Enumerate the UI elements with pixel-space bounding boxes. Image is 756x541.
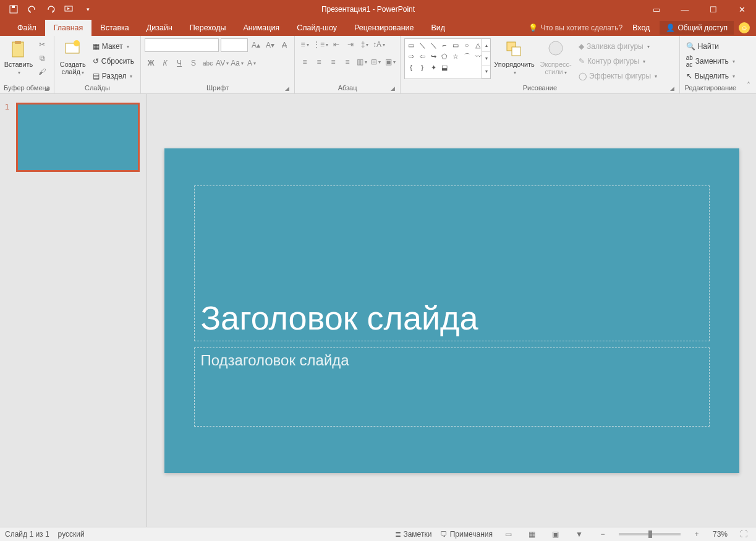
zoom-slider[interactable] [619,533,681,535]
slide-thumbnail[interactable]: 1 [5,103,142,172]
tab-design[interactable]: Дизайн [138,20,181,36]
text-shadow-button[interactable]: S [187,57,200,69]
drawing-dialog-launcher[interactable]: ◢ [670,85,674,92]
save-button[interactable] [7,3,20,15]
slide-editor[interactable]: Заголовок слайда Подзаголовок слайда [147,94,756,527]
copy-button[interactable]: ⧉ [36,52,48,64]
shape-banner[interactable]: ⬓ [440,62,449,72]
font-color-button[interactable]: A▾ [245,57,258,69]
shape-effects-button[interactable]: ◯Эффекты фигуры▾ [576,69,660,83]
shape-fill-button[interactable]: ◆Заливка фигуры▾ [576,40,660,53]
shape-arrow-r[interactable]: ⇨ [406,51,416,61]
ribbon-display-options-button[interactable]: ▭ [642,0,671,19]
zoom-out-button[interactable]: − [595,529,610,540]
shape-outline-button[interactable]: ✎Контур фигуры▾ [576,54,660,68]
maximize-button[interactable]: ☐ [699,0,728,19]
cut-button[interactable]: ✂ [36,38,48,51]
fit-to-window-button[interactable]: ⛶ [736,529,751,540]
language-indicator[interactable]: русский [58,530,85,539]
title-placeholder[interactable]: Заголовок слайда [194,185,710,341]
layout-button[interactable]: ▦Макет▾ [90,40,137,53]
select-button[interactable]: ↖Выделить▾ [684,69,737,83]
gallery-down[interactable]: ▾ [482,52,490,65]
find-button[interactable]: 🔍Найти [684,40,737,53]
slideshow-view-button[interactable]: ▼ [572,529,587,540]
slide-counter[interactable]: Слайд 1 из 1 [5,530,49,539]
tab-slideshow[interactable]: Слайд-шоу [288,20,346,36]
format-painter-button[interactable]: 🖌 [36,66,48,78]
shape-textbox[interactable]: ▭ [406,40,416,50]
align-text-button[interactable]: ⊟▾ [370,56,382,68]
increase-indent-button[interactable]: ⇥ [344,38,357,51]
share-button[interactable]: 👤 Общий доступ [660,21,734,35]
bold-button[interactable]: Ж [145,57,157,69]
feedback-button[interactable]: ☺ [739,22,750,33]
shape-line[interactable]: ＼ [417,40,427,50]
tab-animations[interactable]: Анимация [234,20,288,36]
gallery-scrollbar[interactable]: ▴ ▾ ▾ [482,39,490,79]
tab-view[interactable]: Вид [422,20,454,36]
align-center-button[interactable]: ≡ [313,56,325,68]
text-direction-button[interactable]: ↕A▾ [373,38,385,51]
shape-star[interactable]: ☆ [451,51,461,61]
slide-sorter-view-button[interactable]: ▦ [525,529,540,540]
tab-insert[interactable]: Вставка [91,20,137,36]
reading-view-button[interactable]: ▣ [548,529,563,540]
justify-button[interactable]: ≡ [341,56,354,68]
clipboard-dialog-launcher[interactable]: ◢ [45,85,49,92]
zoom-level[interactable]: 73% [713,530,728,539]
smartart-button[interactable]: ▣▾ [384,56,396,68]
subtitle-placeholder[interactable]: Подзаголовок слайда [194,347,710,427]
tell-me-search[interactable]: 💡 Что вы хотите сделать? [529,23,622,32]
shape-star4[interactable]: ✦ [428,62,438,72]
decrease-indent-button[interactable]: ⇤ [330,38,342,51]
align-right-button[interactable]: ≡ [327,56,339,68]
bullets-button[interactable]: ≡▾ [299,38,311,51]
replace-button[interactable]: abacЗаменить▾ [684,54,737,68]
paragraph-dialog-launcher[interactable]: ◢ [391,85,395,92]
line-spacing-button[interactable]: ‡▾ [359,38,371,51]
decrease-font-button[interactable]: A▾ [264,39,276,51]
tab-transitions[interactable]: Переходы [181,20,235,36]
collapse-ribbon-button[interactable]: ˄ [741,36,756,93]
shape-connector[interactable]: ⌐ [440,40,449,50]
shape-arrow-l[interactable]: ⇦ [417,51,427,61]
gallery-up[interactable]: ▴ [482,39,490,52]
character-spacing-button[interactable]: AV▾ [216,57,229,69]
font-name-combo[interactable] [145,38,219,52]
reset-button[interactable]: ↺Сбросить [90,54,137,68]
section-button[interactable]: ▤Раздел▾ [90,69,137,83]
undo-button[interactable] [26,3,38,15]
zoom-in-button[interactable]: + [689,529,704,540]
sign-in-button[interactable]: Вход [627,20,655,36]
strikethrough-button[interactable]: abc [202,57,214,69]
thumbnail-preview[interactable] [16,103,140,172]
notes-button[interactable]: ≣ Заметки [395,530,431,539]
shape-pentagon[interactable]: ⬠ [440,51,449,61]
numbering-button[interactable]: ⋮≡▾ [313,38,328,51]
shape-arrow-turn[interactable]: ↪ [428,51,438,61]
font-dialog-launcher[interactable]: ◢ [285,85,289,92]
paste-button[interactable]: Вставить▾ [4,38,33,76]
close-button[interactable]: ✕ [728,0,756,19]
underline-button[interactable]: Ч [173,57,185,69]
comments-button[interactable]: 🗨 Примечания [440,530,493,539]
align-left-button[interactable]: ≡ [299,56,311,68]
normal-view-button[interactable]: ▭ [501,529,516,540]
tab-review[interactable]: Рецензирование [346,20,423,36]
clear-formatting-button[interactable]: A̶ [278,39,291,51]
increase-font-button[interactable]: A▴ [250,39,262,51]
shape-rect[interactable]: ▭ [451,40,461,50]
gallery-more[interactable]: ▾ [482,66,490,79]
arrange-button[interactable]: Упорядочить▾ [493,38,535,76]
shape-curve[interactable]: ⌒ [462,51,472,61]
slide-thumbnails-pane[interactable]: 1 [0,94,147,527]
italic-button[interactable]: К [159,57,171,69]
font-size-combo[interactable] [221,38,248,52]
shape-line2[interactable]: ＼ [428,40,438,50]
redo-button[interactable] [45,3,57,15]
shapes-gallery[interactable]: ▭ ＼ ＼ ⌐ ▭ ○ △ ⇨ ⇦ ↪ ⬠ ☆ ⌒ 〰 { } ✦ ⬓ ▴ [404,38,491,79]
shape-brace-r[interactable]: } [417,62,427,72]
columns-button[interactable]: ▥▾ [355,56,368,68]
minimize-button[interactable]: — [671,0,699,19]
